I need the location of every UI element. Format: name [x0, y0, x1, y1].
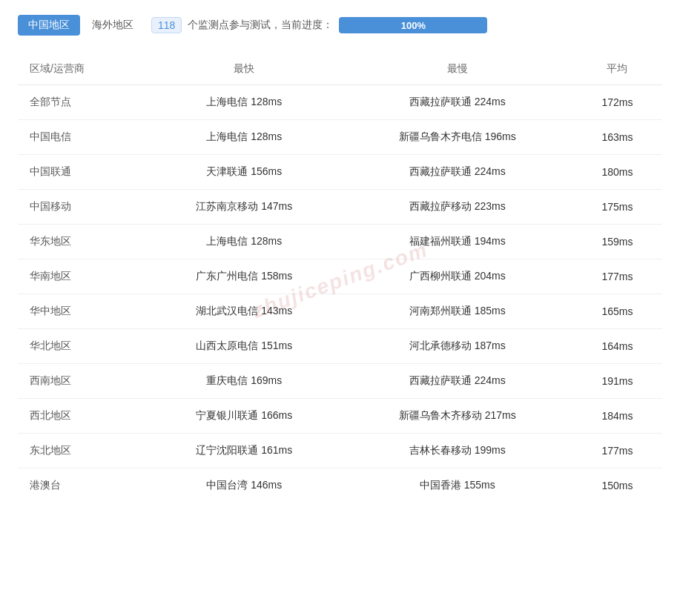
cell-fastest: 天津联通 156ms [146, 155, 343, 190]
table-header: 区域/运营商 最快 最慢 平均 [18, 53, 662, 85]
cell-slowest: 西藏拉萨联通 224ms [343, 155, 572, 190]
cell-fastest: 上海电信 128ms [146, 225, 343, 259]
table-row: 华南地区广东广州电信 158ms广西柳州联通 204ms177ms [18, 259, 662, 294]
cell-fastest: 重庆电信 169ms [146, 364, 343, 399]
cell-region: 中国移动 [18, 190, 146, 225]
cell-region: 西南地区 [18, 364, 146, 399]
cell-slowest: 河北承德移动 187ms [343, 329, 572, 364]
cell-slowest: 福建福州联通 194ms [343, 225, 572, 259]
col-fastest: 最快 [146, 53, 343, 85]
cell-slowest: 新疆乌鲁木齐电信 196ms [343, 120, 572, 155]
cell-avg: 177ms [572, 434, 662, 468]
table-row: 华东地区上海电信 128ms福建福州联通 194ms159ms [18, 225, 662, 259]
cell-fastest: 宁夏银川联通 166ms [146, 399, 343, 434]
cell-region: 东北地区 [18, 434, 146, 468]
cell-avg: 184ms [572, 399, 662, 434]
table-row: 中国移动江苏南京移动 147ms西藏拉萨移动 223ms175ms [18, 190, 662, 225]
cell-slowest: 西藏拉萨联通 224ms [343, 85, 572, 120]
data-table-wrapper: zhujiceping.com 区域/运营商 最快 最慢 平均 全部节点上海电信… [18, 53, 662, 503]
tab-china[interactable]: 中国地区 [18, 15, 80, 36]
table-row: 西南地区重庆电信 169ms西藏拉萨联通 224ms191ms [18, 364, 662, 399]
table-row: 华中地区湖北武汉电信 143ms河南郑州联通 185ms165ms [18, 294, 662, 329]
table-row: 华北地区山西太原电信 151ms河北承德移动 187ms164ms [18, 329, 662, 364]
results-table: 区域/运营商 最快 最慢 平均 全部节点上海电信 128ms西藏拉萨联通 224… [18, 53, 662, 503]
monitor-text: 个监测点参与测试，当前进度： [188, 19, 333, 32]
cell-slowest: 西藏拉萨移动 223ms [343, 190, 572, 225]
cell-fastest: 辽宁沈阳联通 161ms [146, 434, 343, 468]
cell-avg: 164ms [572, 329, 662, 364]
col-slowest: 最慢 [343, 53, 572, 85]
table-row: 中国联通天津联通 156ms西藏拉萨联通 224ms180ms [18, 155, 662, 190]
cell-region: 华南地区 [18, 259, 146, 294]
cell-region: 全部节点 [18, 85, 146, 120]
cell-region: 中国联通 [18, 155, 146, 190]
cell-fastest: 山西太原电信 151ms [146, 329, 343, 364]
cell-fastest: 湖北武汉电信 143ms [146, 294, 343, 329]
progress-bar: 100% [339, 17, 487, 33]
cell-avg: 180ms [572, 155, 662, 190]
table-row: 港澳台中国台湾 146ms中国香港 155ms150ms [18, 468, 662, 503]
cell-region: 港澳台 [18, 468, 146, 503]
table-row: 西北地区宁夏银川联通 166ms新疆乌鲁木齐移动 217ms184ms [18, 399, 662, 434]
cell-avg: 165ms [572, 294, 662, 329]
cell-slowest: 广西柳州联通 204ms [343, 259, 572, 294]
col-avg: 平均 [572, 53, 662, 85]
cell-avg: 191ms [572, 364, 662, 399]
cell-fastest: 广东广州电信 158ms [146, 259, 343, 294]
cell-fastest: 上海电信 128ms [146, 120, 343, 155]
table-body: 全部节点上海电信 128ms西藏拉萨联通 224ms172ms中国电信上海电信 … [18, 85, 662, 503]
cell-avg: 175ms [572, 190, 662, 225]
cell-region: 华中地区 [18, 294, 146, 329]
cell-slowest: 吉林长春移动 199ms [343, 434, 572, 468]
cell-slowest: 新疆乌鲁木齐移动 217ms [343, 399, 572, 434]
cell-avg: 163ms [572, 120, 662, 155]
cell-region: 中国电信 [18, 120, 146, 155]
cell-avg: 177ms [572, 259, 662, 294]
cell-region: 华北地区 [18, 329, 146, 364]
monitor-info: 118 个监测点参与测试，当前进度： 100% [151, 17, 487, 33]
cell-avg: 172ms [572, 85, 662, 120]
tab-overseas[interactable]: 海外地区 [92, 19, 133, 32]
cell-region: 西北地区 [18, 399, 146, 434]
cell-fastest: 江苏南京移动 147ms [146, 190, 343, 225]
col-region: 区域/运营商 [18, 53, 146, 85]
cell-slowest: 西藏拉萨联通 224ms [343, 364, 572, 399]
cell-avg: 150ms [572, 468, 662, 503]
cell-fastest: 上海电信 128ms [146, 85, 343, 120]
cell-avg: 159ms [572, 225, 662, 259]
cell-region: 华东地区 [18, 225, 146, 259]
table-row: 全部节点上海电信 128ms西藏拉萨联通 224ms172ms [18, 85, 662, 120]
table-row: 东北地区辽宁沈阳联通 161ms吉林长春移动 199ms177ms [18, 434, 662, 468]
cell-slowest: 中国香港 155ms [343, 468, 572, 503]
cell-slowest: 河南郑州联通 185ms [343, 294, 572, 329]
progress-label: 100% [401, 20, 426, 31]
table-row: 中国电信上海电信 128ms新疆乌鲁木齐电信 196ms163ms [18, 120, 662, 155]
monitor-count-badge: 118 [151, 17, 182, 33]
cell-fastest: 中国台湾 146ms [146, 468, 343, 503]
header: 中国地区 海外地区 118 个监测点参与测试，当前进度： 100% [18, 15, 662, 36]
